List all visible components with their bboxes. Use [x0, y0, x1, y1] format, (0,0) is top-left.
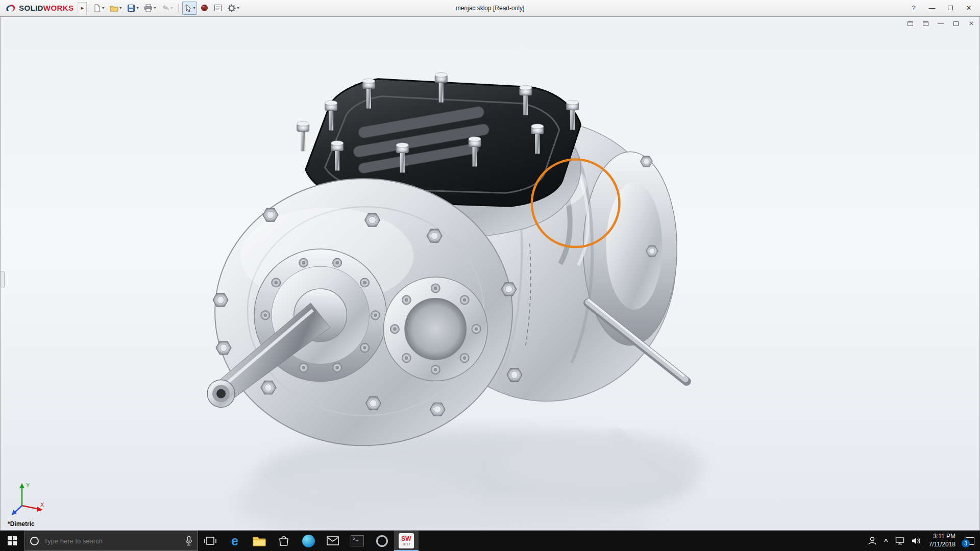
browser-app-button[interactable]: [296, 531, 321, 551]
sw-label: SW: [401, 536, 411, 542]
gear-icon: [228, 4, 236, 12]
new-document-caret[interactable]: ▾: [102, 6, 104, 10]
app-logo: SOLIDWORKS: [2, 4, 78, 13]
panel-collapse-handle[interactable]: [1, 271, 5, 288]
new-document-icon: [93, 4, 101, 12]
network-button[interactable]: [892, 531, 908, 551]
brand-works: WORKS: [43, 4, 74, 12]
print-button[interactable]: ▾: [142, 2, 158, 15]
mail-envelope-icon: [327, 536, 339, 545]
solidworks-taskbar-button[interactable]: SW 2017: [394, 531, 419, 551]
help-button[interactable]: ?: [904, 1, 923, 15]
doc-minimize-button[interactable]: —: [937, 19, 945, 28]
axis-x-label: X: [40, 502, 44, 508]
cascade-window-icon: [923, 21, 928, 26]
task-view-icon: [204, 535, 216, 546]
terminal-button[interactable]: >_: [345, 531, 370, 551]
taskbar-search[interactable]: [24, 531, 198, 551]
print-icon: [144, 4, 153, 12]
minimize-button[interactable]: —: [923, 1, 941, 15]
close-button[interactable]: ✕: [960, 1, 978, 15]
maximize-button[interactable]: [941, 1, 960, 15]
doc-tile-button[interactable]: [906, 19, 914, 28]
document-window-controls: — ✕: [906, 19, 975, 28]
people-button[interactable]: [864, 531, 880, 551]
volume-button[interactable]: [908, 531, 924, 551]
mail-button[interactable]: [321, 531, 345, 551]
toolbar-flyout-button[interactable]: ▸: [78, 2, 87, 14]
document-title: menjac sklop [Read-only]: [456, 5, 525, 12]
task-view-button[interactable]: [198, 531, 223, 551]
main-toolbar: ▾ ▾ ▾: [91, 2, 241, 15]
cortana-icon: [30, 537, 39, 545]
settings-app-icon: [376, 535, 388, 547]
doc-restore-button[interactable]: [952, 19, 960, 28]
select-cursor-icon: [184, 4, 192, 12]
file-explorer-icon: [253, 536, 266, 546]
graphics-viewport[interactable]: — ✕: [0, 16, 980, 531]
restore-icon: [948, 6, 953, 10]
open-button[interactable]: ▾: [108, 2, 124, 15]
edge-button[interactable]: e: [223, 531, 247, 551]
system-tray: ^ 3:11 PM 7/11/2018: [864, 531, 980, 551]
side-opening: [383, 277, 487, 381]
gearbox-model-canvas[interactable]: [1, 17, 979, 530]
solidworks-app-icon: SW 2017: [399, 533, 414, 548]
view-orientation-label: *Dimetric: [8, 520, 35, 528]
select-caret[interactable]: ▾: [193, 6, 195, 10]
start-button[interactable]: [0, 531, 24, 551]
sw-year-label: 2017: [402, 542, 410, 546]
network-icon: [895, 537, 904, 545]
store-button[interactable]: [272, 531, 296, 551]
toolbar-separator: [178, 4, 179, 13]
brand-solid: SOLID: [19, 4, 43, 12]
notification-badge: 3: [962, 539, 970, 547]
save-button[interactable]: ▾: [125, 2, 140, 15]
undo-icon: [161, 4, 169, 12]
open-caret[interactable]: ▾: [119, 6, 121, 10]
file-explorer-button[interactable]: [247, 531, 272, 551]
resources-sphere-icon: [201, 4, 208, 12]
options-button[interactable]: ▾: [226, 2, 241, 15]
search-input[interactable]: [44, 537, 180, 545]
print-caret[interactable]: ▾: [154, 6, 156, 10]
display-pane-icon: [214, 4, 222, 12]
microphone-icon[interactable]: [185, 536, 192, 546]
titlebar: SOLIDWORKS ▸ ▾ ▾: [0, 0, 980, 16]
window-controls: ? — ✕: [904, 1, 978, 15]
undo-caret[interactable]: ▾: [170, 6, 173, 10]
select-button[interactable]: ▾: [182, 2, 197, 15]
clock-time: 3:11 PM: [933, 533, 955, 541]
open-folder-icon: [110, 4, 118, 12]
display-pane-button[interactable]: [212, 2, 224, 15]
undo-button[interactable]: ▾: [159, 2, 175, 15]
tray-overflow-button[interactable]: ^: [880, 531, 892, 551]
orientation-triad: Y X: [11, 479, 46, 517]
save-caret[interactable]: ▾: [136, 6, 138, 10]
doc-cascade-button[interactable]: [921, 19, 929, 28]
settings-app-button[interactable]: [370, 531, 394, 551]
action-center-button[interactable]: 3: [960, 531, 980, 551]
model-shadow: [235, 427, 704, 530]
doc-close-button[interactable]: ✕: [967, 19, 975, 28]
tile-window-icon: [908, 21, 913, 26]
taskbar-clock[interactable]: 3:11 PM 7/11/2018: [924, 533, 961, 548]
clock-date: 7/11/2018: [929, 541, 956, 549]
store-bag-icon: [278, 535, 289, 546]
axis-y-label: Y: [26, 482, 30, 488]
edge-icon: e: [231, 535, 238, 547]
windows-taskbar: e: [0, 531, 980, 551]
taskbar-apps: e: [198, 531, 419, 551]
options-caret[interactable]: ▾: [237, 6, 239, 10]
terminal-icon: >_: [351, 535, 364, 546]
windows-logo-icon: [8, 536, 17, 545]
speaker-icon: [912, 537, 921, 545]
doc-restore-icon: [953, 21, 959, 26]
browser-app-icon: [302, 535, 315, 547]
new-document-button[interactable]: ▾: [91, 2, 106, 15]
people-icon: [868, 536, 877, 545]
solidworks-window: SOLIDWORKS ▸ ▾ ▾: [0, 0, 980, 551]
save-icon: [127, 4, 135, 12]
resources-button[interactable]: [199, 2, 210, 15]
brand-text: SOLIDWORKS: [19, 4, 74, 12]
